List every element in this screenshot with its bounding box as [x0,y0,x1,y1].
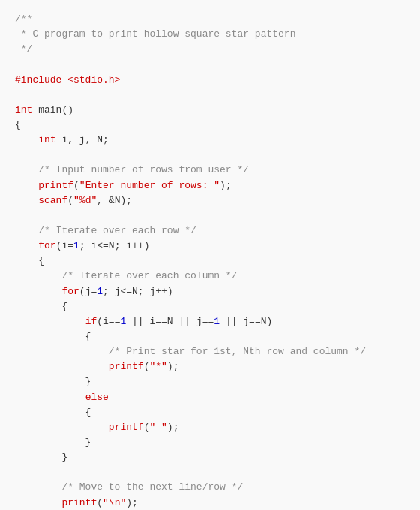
code-token [15,361,109,372]
code-token: int [15,104,32,116]
code-token: /* Iterate over each column */ [15,270,237,281]
code-token: * C program to print hollow square star … [15,28,296,40]
code-container: /** * C program to print hollow square s… [0,0,420,510]
code-token: ); [167,422,179,433]
code-token: /** [15,14,32,25]
code-token: , &N); [97,195,132,206]
code-line: printf("\n"); [15,496,405,511]
code-token: } [15,376,91,387]
code-token [15,497,62,508]
code-token: main() [32,104,74,116]
code-token: /* Iterate over each row */ [15,225,196,236]
code-token: "Enter number of rows: " [80,180,220,191]
code-token: #include <stdio.h> [15,74,120,86]
code-line: printf("*"); [15,359,405,374]
code-token: ( [74,180,80,191]
code-line: if(i==1 || i==N || j==1 || j==N) [15,314,405,329]
code-token: { [15,255,44,266]
code-token [15,195,38,206]
code-token: (i= [56,240,74,251]
code-line: /* Iterate over each column */ [15,268,405,284]
code-token: for [38,240,56,251]
code-line: /* Input number of rows from user */ [15,163,405,178]
code-line: { [15,329,405,344]
code-token: ); [220,180,232,191]
code-line: /* Move to the next line/row */ [15,480,405,495]
code-token: ; j<=N; j++) [103,286,173,297]
code-token [15,316,86,327]
code-token: ); [126,497,138,508]
code-line: } [15,450,405,465]
code-token: ); [167,361,179,372]
code-line: { [15,254,405,268]
code-token: || j==N) [220,316,272,327]
code-token: i, j, N; [56,134,109,146]
code-token: printf [109,422,144,433]
code-token: { [15,119,21,130]
code-line [15,465,405,480]
code-line [15,148,405,163]
code-token: for [62,286,79,297]
code-token [15,392,86,403]
code-line: printf("Enter number of rows: "); [15,178,405,194]
code-token: /* Print star for 1st, Nth row and colum… [15,346,366,357]
code-token: */ [15,44,32,55]
code-line [15,88,405,103]
code-token: || i==N || j== [126,316,214,327]
code-line: #include <stdio.h> [15,73,405,88]
code-line: } [15,374,405,389]
code-token: { [15,301,68,312]
code-line [15,57,405,72]
code-token [15,422,109,433]
code-token [15,134,38,146]
code-token: (i== [97,316,120,327]
code-token: { [15,406,91,418]
code-token: 1 [214,316,220,327]
code-token: printf [109,361,144,372]
code-token: "%d" [74,195,97,206]
code-line: /* Iterate over each row */ [15,224,405,238]
code-line: else [15,390,405,405]
code-token: (j= [80,286,97,297]
code-token: "\n" [103,497,126,508]
code-token: /* Move to the next line/row */ [15,482,243,493]
code-token: } [15,436,91,448]
code-line: { [15,405,405,420]
code-line: for(i=1; i<=N; i++) [15,238,405,254]
code-token: ( [68,195,74,206]
code-token: { [15,331,91,342]
code-line: int i, j, N; [15,133,405,148]
code-token: int [38,134,56,146]
code-line: for(j=1; j<=N; j++) [15,284,405,299]
code-line: /** [15,12,405,27]
code-line: /* Print star for 1st, Nth row and colum… [15,344,405,359]
code-token: scanf [38,195,68,206]
code-token: ; i<=N; i++) [80,240,150,251]
code-line: scanf("%d", &N); [15,194,405,208]
code-line: { [15,299,405,314]
code-token [15,240,38,251]
code-line: } [15,435,405,450]
code-token: " " [149,422,166,433]
code-token: if [86,316,98,327]
code-token: 1 [97,286,103,297]
code-line: */ [15,42,405,57]
code-line: * C program to print hollow square star … [15,27,405,42]
code-line [15,208,405,224]
code-token: printf [62,497,97,508]
code-token: else [86,392,109,403]
code-token: "*" [149,361,166,372]
code-token: 1 [74,240,80,251]
code-token [15,180,38,191]
code-token: ( [97,497,103,508]
code-token: } [15,452,68,463]
code-line: { [15,118,405,133]
code-token [15,286,62,297]
code-token: printf [38,180,74,191]
code-token: /* Input number of rows from user */ [15,164,249,176]
code-line: int main() [15,103,405,118]
code-line: printf(" "); [15,420,405,435]
code-block: /** * C program to print hollow square s… [15,12,405,510]
